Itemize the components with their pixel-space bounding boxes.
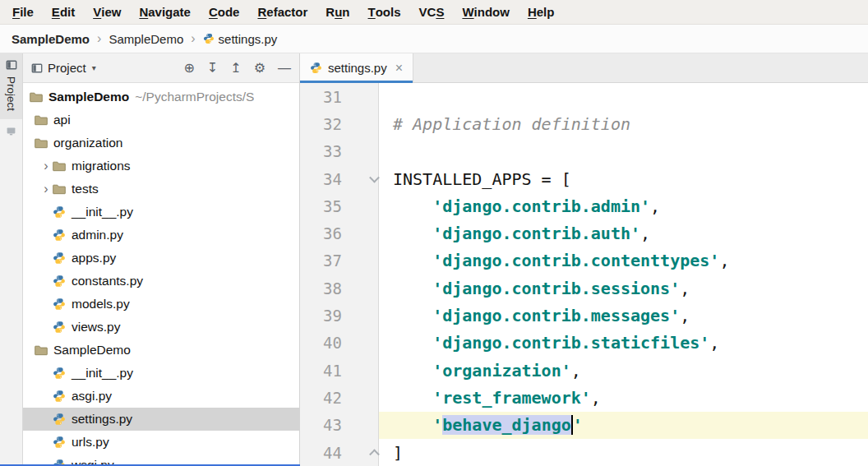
tree-item--init-py[interactable]: __init__.py bbox=[23, 201, 299, 224]
editor-line-41[interactable]: 41 'organization', bbox=[300, 357, 868, 384]
code-text: 'django.contrib.contenttypes', bbox=[379, 247, 868, 275]
tree-item-asgi-py[interactable]: asgi.py bbox=[23, 385, 299, 408]
tree-item-organization[interactable]: organization bbox=[23, 131, 299, 155]
folder-icon bbox=[35, 113, 48, 127]
code-segment bbox=[393, 251, 432, 270]
close-icon[interactable]: × bbox=[395, 61, 403, 76]
tree-item-label: admin.py bbox=[72, 228, 123, 242]
menu-vcs[interactable]: VCS bbox=[410, 0, 454, 24]
project-panel-actions: ⊕↧↥⚙— bbox=[183, 62, 291, 75]
editor-line-36[interactable]: 36 'django.contrib.auth', bbox=[300, 219, 868, 247]
code-text: ] bbox=[379, 439, 868, 466]
tree-item-api[interactable]: api bbox=[23, 108, 299, 131]
code-segment: , bbox=[650, 196, 660, 216]
menu-navigate[interactable]: Navigate bbox=[130, 0, 200, 24]
tree-item-models-py[interactable]: models.py bbox=[23, 293, 299, 316]
editor-line-44[interactable]: 44] bbox=[300, 439, 868, 466]
tree-item--init-py[interactable]: __init__.py bbox=[23, 362, 299, 385]
python-file-icon bbox=[53, 205, 66, 219]
code-segment: , bbox=[680, 306, 690, 325]
line-number: 44 bbox=[300, 439, 379, 466]
tree-item-label: organization bbox=[53, 136, 122, 150]
breadcrumb-item[interactable]: settings.py bbox=[203, 32, 278, 46]
pycharm-window: FileEditViewNavigateCodeRefactorRunTools… bbox=[0, 0, 868, 466]
expand-chevron-icon[interactable]: › bbox=[39, 159, 53, 173]
editor-line-43[interactable]: 43 'behave_django' bbox=[300, 412, 868, 439]
editor-line-38[interactable]: 38 'django.contrib.sessions', bbox=[300, 275, 868, 302]
line-number: 37 bbox=[300, 247, 379, 275]
code-text: 'django.contrib.sessions', bbox=[379, 275, 868, 302]
project-panel-header: Project ▾ ⊕↧↥⚙— bbox=[23, 53, 299, 83]
menu-view[interactable]: View bbox=[84, 0, 130, 24]
editor-line-33[interactable]: 33 bbox=[300, 138, 868, 165]
tree-item-sampledemo[interactable]: SampleDemo~/PycharmProjects/S bbox=[23, 85, 299, 108]
line-number: 34 bbox=[300, 165, 379, 192]
code-text: 'behave_django' bbox=[379, 412, 868, 439]
code-segment: , bbox=[591, 388, 601, 408]
expand-chevron-icon[interactable]: › bbox=[39, 182, 53, 196]
editor-column: settings.py × 3132# Application definiti… bbox=[300, 53, 868, 466]
editor-line-31[interactable]: 31 bbox=[300, 83, 868, 110]
editor-line-35[interactable]: 35 'django.contrib.admin', bbox=[300, 192, 868, 219]
tree-item-label: constants.py bbox=[72, 274, 143, 288]
scroll-down-icon[interactable]: ↧ bbox=[207, 62, 218, 75]
project-panel-title[interactable]: Project bbox=[48, 61, 86, 75]
tree-item-views-py[interactable]: views.py bbox=[23, 316, 299, 339]
code-text: INSTALLED_APPS = [ bbox=[379, 165, 868, 192]
code-segment: 'django.contrib.staticfiles' bbox=[432, 333, 709, 353]
line-number: 33 bbox=[300, 138, 379, 165]
breadcrumb-item[interactable]: SampleDemo bbox=[108, 32, 183, 46]
menu-help[interactable]: Help bbox=[519, 0, 564, 24]
locate-icon[interactable]: ⊕ bbox=[183, 62, 194, 75]
menu-file[interactable]: File bbox=[3, 0, 43, 24]
code-segment: 'django.contrib.contenttypes' bbox=[432, 251, 719, 270]
tree-item-constants-py[interactable]: constants.py bbox=[23, 270, 299, 293]
hide-icon[interactable]: — bbox=[278, 62, 291, 75]
python-file-icon bbox=[53, 251, 66, 265]
project-panel-icon bbox=[31, 62, 43, 74]
project-tool-stripe-tab[interactable]: Project bbox=[0, 53, 22, 119]
breadcrumb: SampleDemo›SampleDemo›settings.py bbox=[0, 25, 868, 53]
python-file-icon bbox=[53, 390, 66, 403]
editor-line-37[interactable]: 37 'django.contrib.contenttypes', bbox=[300, 247, 868, 275]
menu-code[interactable]: Code bbox=[200, 0, 249, 24]
python-file-icon bbox=[53, 321, 66, 334]
settings-icon[interactable]: ⚙ bbox=[254, 62, 265, 75]
editor-line-40[interactable]: 40 'django.contrib.staticfiles', bbox=[300, 330, 868, 357]
tree-item-settings-py[interactable]: settings.py bbox=[23, 408, 299, 431]
tree-item-tests[interactable]: ›tests bbox=[23, 178, 299, 201]
code-editor[interactable]: 3132# Application definition3334INSTALLE… bbox=[300, 83, 868, 466]
code-segment bbox=[393, 224, 432, 243]
editor-line-39[interactable]: 39 'django.contrib.messages', bbox=[300, 302, 868, 329]
python-file-icon bbox=[53, 298, 66, 311]
tab-label: settings.py bbox=[328, 61, 387, 75]
code-segment: , bbox=[709, 333, 719, 353]
menu-tools[interactable]: Tools bbox=[359, 0, 410, 24]
line-number: 35 bbox=[300, 192, 379, 219]
tree-item-sampledemo[interactable]: SampleDemo bbox=[23, 339, 299, 362]
tab-settings-py[interactable]: settings.py × bbox=[300, 53, 413, 82]
chevron-down-icon[interactable]: ▾ bbox=[92, 63, 96, 72]
breadcrumb-item[interactable]: SampleDemo bbox=[12, 32, 90, 46]
code-segment: , bbox=[680, 279, 690, 298]
tree-item-label: urls.py bbox=[72, 435, 109, 450]
tree-item-label: models.py bbox=[72, 297, 130, 311]
menu-window[interactable]: Window bbox=[453, 0, 519, 24]
python-file-icon bbox=[310, 62, 322, 74]
folder-icon bbox=[53, 159, 66, 173]
tree-item-apps-py[interactable]: apps.py bbox=[23, 247, 299, 270]
editor-line-34[interactable]: 34INSTALLED_APPS = [ bbox=[300, 165, 868, 192]
tree-item-migrations[interactable]: ›migrations bbox=[23, 155, 299, 178]
tree-item-label: settings.py bbox=[72, 412, 132, 427]
tree-item-urls-py[interactable]: urls.py bbox=[23, 431, 299, 454]
menu-refactor[interactable]: Refactor bbox=[248, 0, 316, 24]
menu-edit[interactable]: Edit bbox=[43, 0, 84, 24]
editor-line-32[interactable]: 32# Application definition bbox=[300, 110, 868, 137]
tree-item-admin-py[interactable]: admin.py bbox=[23, 224, 299, 247]
code-text: 'django.contrib.staticfiles', bbox=[379, 330, 868, 357]
editor-line-42[interactable]: 42 'rest_framework', bbox=[300, 384, 868, 411]
collapse-all-icon[interactable]: ↥ bbox=[230, 62, 241, 75]
code-segment: 'django.contrib.auth' bbox=[432, 224, 640, 243]
tool-stripe-secondary-icon[interactable] bbox=[6, 126, 16, 136]
menu-run[interactable]: Run bbox=[316, 0, 358, 24]
